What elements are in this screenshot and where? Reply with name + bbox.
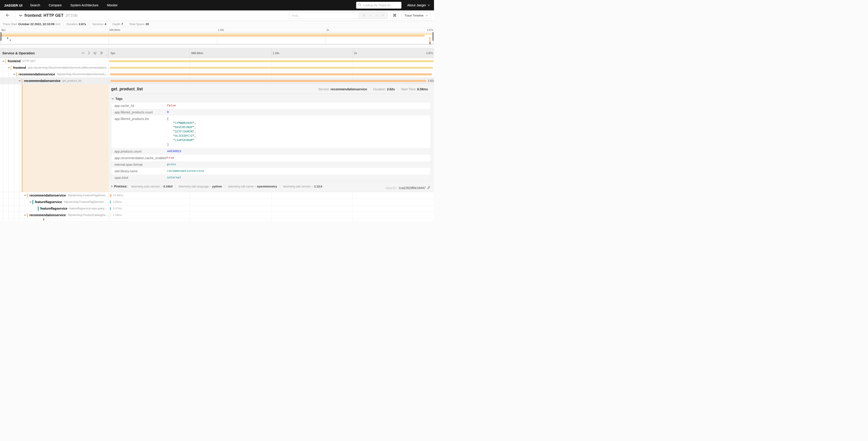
chevron-down-icon[interactable] bbox=[13, 74, 16, 75]
span-timeline-cell[interactable] bbox=[108, 58, 434, 64]
span-duration-label: 3.68ms bbox=[113, 200, 122, 204]
page-title: frontend: HTTP GET bbox=[25, 13, 64, 18]
span-duration-bar[interactable] bbox=[110, 207, 111, 210]
operation-name: /hipstershop.FeatureFlagService/Ge… bbox=[64, 200, 108, 204]
find-input[interactable] bbox=[289, 12, 359, 19]
chevron-down-icon[interactable] bbox=[29, 201, 32, 203]
span-row-reco-featureflagservice[interactable]: recommendationservice /hipstershop.Featu… bbox=[0, 192, 434, 199]
column-resize-handle[interactable]: ‖ bbox=[106, 54, 108, 57]
next-match-icon[interactable] bbox=[375, 14, 378, 17]
span-row-get-product-list[interactable]: recommendationservice get_product_list 2… bbox=[0, 78, 434, 84]
nav-item-monitor[interactable]: Monitor bbox=[107, 3, 118, 7]
span-duration-bar[interactable] bbox=[110, 214, 111, 217]
find-box[interactable] bbox=[289, 12, 388, 19]
minimap-scrubber-left[interactable] bbox=[1, 32, 1, 41]
span-name-cell[interactable]: featureflagservice /hipstershop.FeatureF… bbox=[0, 199, 108, 205]
span-row-frontend-httpget[interactable]: frontend HTTP GET bbox=[0, 58, 434, 64]
tag-row[interactable]: app.recommendation.cache_enabled true bbox=[111, 155, 431, 161]
span-name-cell[interactable]: featureflagservice featureflagservice.re… bbox=[0, 205, 108, 212]
arrow-left-icon bbox=[6, 13, 10, 18]
span-name-cell[interactable]: frontend grpc.hipstershop.Recommendation… bbox=[0, 64, 108, 71]
minimap-span-bar bbox=[429, 40, 431, 41]
trace-lookup-input[interactable] bbox=[363, 3, 404, 7]
service-color-bar bbox=[16, 72, 17, 77]
chevron-down-icon[interactable] bbox=[18, 80, 21, 82]
about-jaeger-menu[interactable]: About Jaeger bbox=[407, 3, 430, 7]
keyboard-shortcuts-button[interactable]: ⌘ bbox=[391, 12, 399, 19]
minimap-scrubber-right[interactable] bbox=[433, 32, 433, 41]
span-duration-bar[interactable] bbox=[110, 201, 111, 204]
span-timeline-cell[interactable]: 2.62s bbox=[108, 78, 434, 84]
operation-name: /hipstershop.ProductCatalogSer… bbox=[68, 213, 108, 217]
span-duration-bar[interactable] bbox=[109, 60, 434, 62]
span-name-cell[interactable]: recommendationservice /hipstershop.Produ… bbox=[0, 212, 108, 218]
divider bbox=[111, 94, 431, 94]
span-name-cell[interactable] bbox=[0, 218, 108, 220]
span-timeline-cell[interactable]: 14.49ms bbox=[108, 192, 434, 199]
expand-all-icon[interactable] bbox=[100, 51, 103, 55]
tag-key: app.products.count bbox=[111, 150, 167, 153]
nav-item-search[interactable]: Search bbox=[30, 3, 40, 7]
span-timeline-cell[interactable] bbox=[108, 64, 434, 71]
tag-row[interactable]: app.products.count 44530923 bbox=[111, 148, 431, 155]
process-section-toggle[interactable]: Process: telemetry.auto.version0.34b0 te… bbox=[111, 184, 431, 188]
span-timeline-cell[interactable]: 3.68ms bbox=[108, 199, 434, 205]
span-timeline-cell[interactable] bbox=[108, 218, 434, 220]
trace-total-spans: Total Spans 20 bbox=[126, 22, 152, 26]
span-timeline-cell[interactable]: 3.47ms bbox=[108, 205, 434, 212]
trace-lookup-box[interactable] bbox=[356, 2, 401, 9]
tag-row[interactable]: span.kind internal bbox=[111, 174, 431, 181]
nav-item-compare[interactable]: Compare bbox=[49, 3, 62, 7]
trace-view-select[interactable]: Trace Timeline bbox=[401, 12, 431, 19]
span-name-cell[interactable]: recommendationservice /hipstershop.Recom… bbox=[0, 71, 108, 78]
chevron-down-icon[interactable] bbox=[24, 195, 27, 196]
minimap-span-bar bbox=[430, 43, 431, 44]
collapse-all-icon[interactable] bbox=[93, 52, 97, 55]
span-name-cell[interactable]: recommendationservice get_product_list bbox=[0, 78, 108, 84]
service-name: recommendationservice bbox=[29, 213, 66, 217]
minimap-canvas[interactable] bbox=[0, 32, 434, 45]
tag-row[interactable]: app.filtered_products.list 1YMWWN1N4O 66… bbox=[111, 115, 431, 148]
operation-name: featureflagservice.repo.query:fe… bbox=[69, 207, 108, 210]
expand-one-icon[interactable] bbox=[88, 51, 90, 55]
span-name-cell[interactable]: recommendationservice /hipstershop.Featu… bbox=[0, 192, 108, 199]
tag-value: proto bbox=[167, 163, 176, 166]
span-duration-bar[interactable] bbox=[110, 220, 111, 220]
tag-key: internal.span.format bbox=[111, 163, 167, 167]
focus-match-icon[interactable] bbox=[363, 13, 366, 18]
collapse-trace-chevron-icon[interactable] bbox=[19, 14, 22, 17]
span-row-frontend-listrecommendations[interactable]: frontend grpc.hipstershop.Recommendation… bbox=[0, 64, 434, 71]
service-color-bar bbox=[27, 213, 28, 217]
tag-row[interactable]: app.filtered_products.count 8 bbox=[111, 109, 431, 115]
tag-row[interactable]: otel.library.name recommendationservice bbox=[111, 168, 431, 174]
tags-table: app.cache_hit false app.filtered_product… bbox=[111, 102, 431, 181]
span-timeline-cell[interactable]: 1.04ms bbox=[108, 212, 434, 218]
deep-link-icon[interactable] bbox=[427, 186, 430, 190]
span-duration-bar[interactable] bbox=[110, 194, 112, 197]
clear-find-icon[interactable] bbox=[382, 14, 384, 17]
nav-item-system-architecture[interactable]: System Architecture bbox=[70, 3, 99, 7]
chevron-down-icon[interactable] bbox=[2, 60, 5, 62]
span-duration-bar[interactable] bbox=[111, 80, 426, 82]
tag-row[interactable]: app.cache_hit false bbox=[111, 102, 431, 109]
span-row-recommendationservice-listrecommendations[interactable]: recommendationservice /hipstershop.Recom… bbox=[0, 71, 434, 78]
span-name-cell[interactable]: frontend HTTP GET bbox=[0, 58, 108, 64]
span-timeline-cell[interactable] bbox=[108, 71, 434, 78]
collapse-one-icon[interactable] bbox=[82, 52, 85, 54]
process-tag: telemetry.auto.version0.34b0 bbox=[128, 185, 175, 188]
span-row-partial[interactable] bbox=[0, 218, 434, 220]
span-row-featureflagservice-getflag[interactable]: featureflagservice /hipstershop.FeatureF… bbox=[0, 199, 434, 205]
chevron-down-icon bbox=[112, 98, 114, 99]
chevron-down-icon[interactable] bbox=[24, 214, 27, 216]
span-duration-bar[interactable] bbox=[110, 67, 433, 69]
prev-match-icon[interactable] bbox=[369, 14, 372, 17]
tags-section-toggle[interactable]: Tags bbox=[112, 97, 431, 100]
detail-service: Service: recommendationservice bbox=[315, 87, 370, 91]
chevron-down-icon[interactable] bbox=[7, 67, 10, 68]
span-duration-bar[interactable] bbox=[110, 74, 432, 76]
detail-start-time: Start Time: 8.58ms bbox=[398, 87, 431, 91]
back-button[interactable] bbox=[0, 10, 16, 21]
tag-row[interactable]: internal.span.format proto bbox=[111, 161, 431, 168]
span-row-reco-productcatalog[interactable]: recommendationservice /hipstershop.Produ… bbox=[0, 212, 434, 218]
span-row-featureflagservice-repo-query[interactable]: featureflagservice featureflagservice.re… bbox=[0, 205, 434, 212]
